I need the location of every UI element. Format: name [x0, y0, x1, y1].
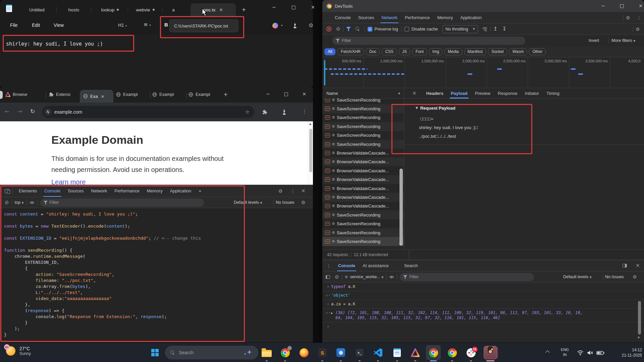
close-details-icon[interactable]: ×	[412, 91, 417, 96]
chevron-down-icon[interactable]: ▾	[281, 24, 283, 27]
browser-tab-example-2[interactable]: Exampl	[116, 86, 148, 103]
console-entry[interactable]: ‹·▸(36) [72, 101, 108, 108, 111, 32, 102…	[322, 309, 644, 322]
scrollbar-thumb[interactable]	[309, 129, 312, 172]
notepad-tab-hosts[interactable]: hosts	[58, 3, 90, 16]
requests-scrollbar-thumb[interactable]	[399, 169, 403, 246]
browser-tab-example-3[interactable]: Exampl	[152, 86, 184, 103]
taskbar-chrome-1[interactable]	[278, 345, 292, 360]
tab-sources[interactable]: Sources	[355, 12, 378, 23]
weather-widget[interactable]: 9+ 27°C Sunny	[5, 346, 31, 356]
drawer-tab-ai-assistance[interactable]: AI assistance	[359, 260, 392, 271]
tab-console[interactable]: Console	[331, 12, 355, 23]
tab-memory[interactable]: Memory	[434, 12, 457, 23]
menu-file[interactable]: File	[10, 22, 18, 28]
chip-all[interactable]: All	[324, 48, 335, 55]
request-row[interactable]: <>⚙SaveScreenRecording	[322, 122, 404, 131]
scroll-up-icon[interactable]: ▲	[309, 123, 311, 125]
devtools-kebab-icon[interactable]: ⋮	[637, 15, 641, 20]
payload-section-header[interactable]: ▼ Request Payload	[416, 106, 455, 111]
clear-console-icon[interactable]: ⊘	[335, 275, 339, 280]
bold-button[interactable]: B	[164, 22, 168, 27]
taskbar-file-explorer[interactable]	[259, 345, 274, 360]
request-row[interactable]: <>⚙SaveScreenRecording	[322, 210, 404, 219]
bookmark-star-icon[interactable]: ☆	[245, 110, 250, 115]
scroll-down-icon[interactable]: ▼	[638, 337, 640, 339]
tab-performance[interactable]: Performance	[111, 185, 143, 197]
console-entry[interactable]: ›a.za = a.K	[322, 300, 644, 309]
dock-icon[interactable]	[326, 275, 330, 279]
notepad-tab-webvie[interactable]: webvie	[129, 3, 161, 16]
notepad-tab-poc-active[interactable]: poc.tx×	[191, 3, 236, 16]
volume-muted-icon[interactable]	[587, 350, 593, 355]
request-row[interactable]: <>⚙BrowserValidateCascade...	[322, 202, 404, 210]
drawer-settings-gear-icon[interactable]: ⚙	[633, 275, 637, 279]
taskbar-chrome-2[interactable]	[445, 345, 460, 360]
language-indicator[interactable]: ENGIN	[558, 347, 572, 357]
account-icon[interactable]	[294, 22, 295, 29]
chip-js[interactable]: JS	[399, 48, 410, 55]
more-filters-dropdown[interactable]: More filters ▼	[611, 38, 635, 43]
taskbar-portrait-app[interactable]	[483, 345, 498, 360]
close-tab-icon[interactable]: ×	[101, 94, 104, 99]
console-filter[interactable]	[40, 198, 204, 207]
request-row[interactable]: <>⚙SaveScreenRecording	[322, 140, 404, 148]
chip-socket[interactable]: Socket	[488, 48, 507, 55]
taskbar-vscode[interactable]	[371, 345, 385, 360]
back-icon[interactable]: ←	[5, 109, 9, 114]
expand-triangle-icon[interactable]: ▸	[331, 310, 333, 315]
wifi-icon[interactable]	[577, 350, 584, 355]
forward-icon[interactable]: →	[17, 109, 22, 114]
network-timeline[interactable]: 500,000 ms1,000,000 ms1,500,000 ms2,000,…	[322, 57, 644, 88]
network-filter-input[interactable]	[342, 38, 522, 43]
filter-toggle-icon[interactable]	[346, 27, 351, 31]
console-entry[interactable]: ‹·'object'	[322, 291, 644, 300]
extensions-puzzle-icon[interactable]	[262, 110, 267, 115]
taskbar-search[interactable]	[165, 346, 258, 359]
preserve-log-checkbox[interactable]	[368, 27, 372, 32]
timeline-handle[interactable]	[324, 60, 325, 85]
start-button[interactable]	[148, 345, 162, 360]
network-settings-gear-icon[interactable]: ⚙	[636, 27, 640, 32]
request-row[interactable]: <>⚙SaveScreenRecording	[322, 99, 404, 104]
copilot-icon[interactable]	[272, 23, 278, 28]
maximize-button[interactable]: □	[616, 1, 628, 10]
drawer-default-levels[interactable]: Default levels ▼	[563, 275, 592, 279]
drawer-filter-input[interactable]	[409, 275, 531, 279]
tab-headers[interactable]: Headers	[423, 88, 447, 99]
chip-img[interactable]: Img	[429, 48, 442, 55]
no-issues-label[interactable]: No Issues	[276, 200, 294, 205]
drawer-console-log[interactable]: ›typeof a.K‹·'object'›a.za = a.K‹·▸(36) …	[322, 283, 644, 343]
menu-view[interactable]: View	[54, 22, 64, 28]
tab-application[interactable]: Application	[457, 12, 485, 23]
scroll-down-icon[interactable]: ▼	[399, 243, 401, 246]
clear-network-icon[interactable]: ⊘	[336, 26, 340, 32]
request-row[interactable]: <>⚙BrowserValidateCascade...	[322, 175, 404, 184]
address-bar[interactable]: example.com ☆	[42, 106, 254, 118]
notepad-tab-lookup[interactable]: lookup	[93, 3, 127, 16]
taskbar-firefox[interactable]	[297, 345, 311, 360]
browser-tab-example-active[interactable]: Exa ×	[80, 90, 113, 103]
clock[interactable]: 14:12 21-11-2025	[613, 347, 642, 358]
filter-input[interactable]	[50, 200, 201, 205]
request-row[interactable]: <>⚙BrowserValidateCascade...	[322, 158, 404, 166]
tab-elements[interactable]: Elements	[15, 185, 41, 197]
network-filter[interactable]	[332, 37, 525, 45]
minimize-button[interactable]: −	[597, 1, 609, 10]
request-row[interactable]: <>⚙SaveScreenRecording	[322, 104, 404, 113]
heading-format-button[interactable]: H1 ▾	[118, 22, 127, 28]
context-selector[interactable]: top ▼	[15, 200, 24, 205]
taskbar-arc[interactable]	[408, 345, 423, 360]
live-expression-eye-icon[interactable]	[30, 201, 35, 204]
chip-manifest[interactable]: Manifest	[464, 48, 486, 55]
taskbar-notepad[interactable]	[390, 345, 405, 360]
drawer-scrollbar-thumb[interactable]	[638, 301, 641, 335]
close-tab-icon[interactable]: ×	[219, 7, 223, 12]
close-devtools-icon[interactable]: ×	[301, 188, 306, 193]
drawer-context-selector[interactable]: service_worke... ▼	[350, 275, 383, 279]
disable-cache-checkbox[interactable]	[405, 27, 409, 32]
request-row[interactable]: <>⚙SaveScreenRecording	[322, 237, 404, 246]
tab-performance[interactable]: Performance	[401, 12, 433, 23]
menu-edit[interactable]: Edit	[32, 22, 40, 28]
request-row[interactable]: <>⚙BrowserValidateCascade...	[322, 193, 404, 201]
chip-font[interactable]: Font	[412, 48, 427, 55]
